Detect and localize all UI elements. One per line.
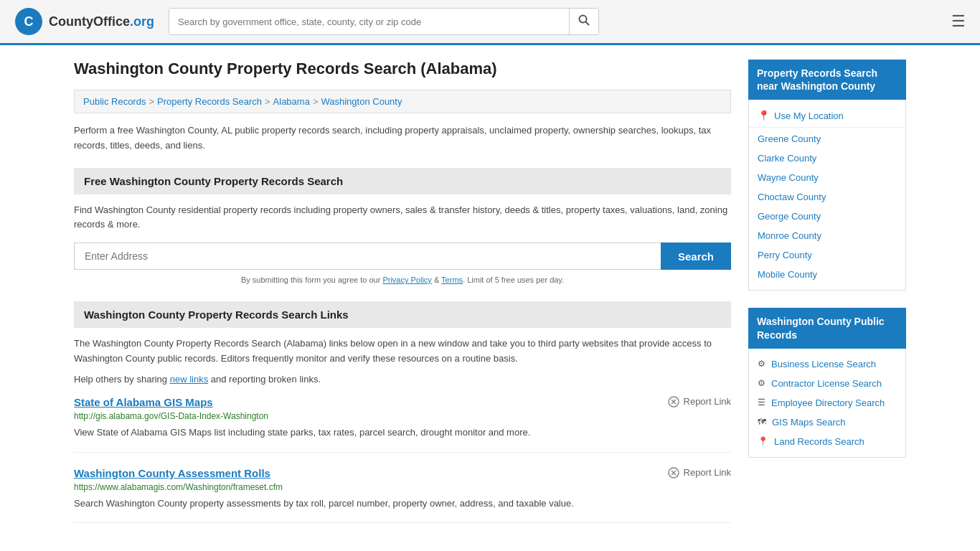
main-layout: Washington County Property Records Searc… — [60, 45, 920, 551]
record-item: Washington County Assessment Rolls Repor… — [74, 467, 731, 524]
breadcrumb: Public Records > Property Records Search… — [74, 90, 731, 113]
use-location-link[interactable]: Use My Location — [774, 110, 844, 121]
sidebar-record-icon-2: ☰ — [758, 397, 765, 408]
record-item-title-0[interactable]: State of Alabama GIS Maps — [74, 396, 213, 408]
sidebar-record-icon-1: ⚙ — [758, 378, 765, 388]
sidebar-item-county-0[interactable]: Greene County — [749, 129, 905, 149]
breadcrumb-sep-2: > — [265, 96, 270, 107]
sidebar-record-link-4[interactable]: Land Records Search — [774, 436, 864, 447]
hamburger-menu-button[interactable]: ☰ — [951, 12, 966, 31]
sidebar-record-link-0[interactable]: Business License Search — [771, 359, 876, 369]
sidebar-item-public-record-1[interactable]: ⚙ Contractor License Search — [749, 374, 905, 393]
county-link-0[interactable]: Greene County — [758, 133, 821, 144]
record-item-report-1[interactable]: Report Link — [668, 467, 731, 479]
page-description: Perform a free Washington County, AL pub… — [74, 123, 731, 154]
sidebar-item-county-3[interactable]: Choctaw County — [749, 187, 905, 207]
county-link-1[interactable]: Clarke County — [758, 153, 816, 164]
sidebar-record-icon-3: 🗺 — [758, 417, 766, 427]
sidebar-record-icon-4: 📍 — [758, 436, 768, 446]
sidebar-divider — [749, 127, 905, 128]
new-links-link[interactable]: new links — [170, 374, 208, 385]
sidebar-item-county-5[interactable]: Monroe County — [749, 226, 905, 245]
privacy-policy-link[interactable]: Privacy Policy — [382, 276, 431, 284]
main-content: Washington County Property Records Searc… — [74, 60, 731, 540]
limit-note: Limit of 5 free uses per day. — [467, 276, 564, 284]
county-link-2[interactable]: Wayne County — [758, 172, 819, 183]
logo-text: CountyOffice.org — [49, 14, 154, 29]
county-link-5[interactable]: Monroe County — [758, 230, 821, 241]
sidebar-public-records-body: ⚙ Business License Search ⚙ Contractor L… — [748, 349, 906, 458]
sidebar-item-public-record-0[interactable]: ⚙ Business License Search — [749, 354, 905, 374]
county-link-4[interactable]: George County — [758, 211, 821, 222]
sidebar-item-county-2[interactable]: Wayne County — [749, 168, 905, 187]
sidebar-item-county-1[interactable]: Clarke County — [749, 149, 905, 168]
address-search-form: Search — [74, 242, 731, 270]
svg-point-2 — [580, 16, 587, 23]
sidebar-public-records-section: Washington County Public Records ⚙ Busin… — [748, 308, 906, 457]
sidebar-nearby-body: 📍 Use My Location Greene CountyClarke Co… — [748, 100, 906, 291]
search-description: Find Washington County residential prope… — [74, 203, 731, 233]
breadcrumb-sep-3: > — [313, 96, 319, 107]
sharing-note: Help others by sharing new links and rep… — [74, 374, 731, 385]
record-item-header: State of Alabama GIS Maps Report Link — [74, 396, 731, 408]
report-icon — [668, 467, 679, 479]
breadcrumb-public-records[interactable]: Public Records — [83, 96, 146, 107]
sharing-text: Help others by sharing — [74, 374, 167, 385]
county-link-3[interactable]: Choctaw County — [758, 192, 826, 202]
sidebar-item-public-record-3[interactable]: 🗺 GIS Maps Search — [749, 413, 905, 432]
sidebar-record-link-3[interactable]: GIS Maps Search — [772, 417, 846, 428]
free-search-section: Free Washington County Property Records … — [74, 168, 731, 285]
links-section: Washington County Property Records Searc… — [74, 301, 731, 523]
sidebar-item-county-7[interactable]: Mobile County — [749, 265, 905, 284]
sidebar-item-county-4[interactable]: George County — [749, 207, 905, 226]
svg-text:C: C — [24, 14, 34, 29]
links-description: The Washington County Property Records S… — [74, 336, 731, 367]
county-link-6[interactable]: Perry County — [758, 250, 812, 260]
header-search-input[interactable] — [169, 9, 569, 34]
sidebar: Property Records Search near Washington … — [748, 60, 906, 540]
record-items-container: State of Alabama GIS Maps Report Link ht… — [74, 396, 731, 524]
reporting-note: and reporting broken links. — [211, 374, 321, 385]
breadcrumb-alabama[interactable]: Alabama — [273, 96, 310, 107]
site-logo[interactable]: C CountyOffice.org — [14, 7, 154, 36]
sidebar-record-link-1[interactable]: Contractor License Search — [771, 378, 882, 389]
record-item: State of Alabama GIS Maps Report Link ht… — [74, 396, 731, 453]
sidebar-nearby-header: Property Records Search near Washington … — [748, 60, 906, 100]
record-item-header: Washington County Assessment Rolls Repor… — [74, 467, 731, 479]
sidebar-record-icon-0: ⚙ — [758, 359, 765, 369]
sidebar-item-county-6[interactable]: Perry County — [749, 245, 905, 265]
location-pin-icon: 📍 — [758, 110, 770, 121]
sidebar-public-records-list: ⚙ Business License Search ⚙ Contractor L… — [749, 354, 905, 451]
search-submit-button[interactable]: Search — [661, 242, 731, 270]
header-search-bar — [169, 8, 599, 35]
breadcrumb-property-records-search[interactable]: Property Records Search — [157, 96, 262, 107]
record-item-title-1[interactable]: Washington County Assessment Rolls — [74, 467, 270, 479]
page-title: Washington County Property Records Searc… — [74, 60, 731, 78]
sidebar-item-public-record-4[interactable]: 📍 Land Records Search — [749, 432, 905, 451]
site-header: C CountyOffice.org ☰ — [0, 0, 980, 45]
sidebar-public-records-header: Washington County Public Records — [748, 308, 906, 348]
svg-line-3 — [586, 22, 590, 26]
breadcrumb-sep-1: > — [149, 96, 154, 107]
logo-icon: C — [14, 7, 43, 36]
sidebar-item-public-record-2[interactable]: ☰ Employee Directory Search — [749, 393, 905, 413]
use-location[interactable]: 📍 Use My Location — [749, 105, 905, 126]
sidebar-record-link-2[interactable]: Employee Directory Search — [771, 397, 885, 408]
header-search-button[interactable] — [569, 9, 598, 34]
record-item-url-1[interactable]: https://www.alabamagis.com/Washington/fr… — [74, 482, 731, 492]
record-item-report-0[interactable]: Report Link — [668, 396, 731, 408]
sidebar-nearby-section: Property Records Search near Washington … — [748, 60, 906, 291]
address-input[interactable] — [74, 242, 661, 270]
sidebar-counties-list: Greene CountyClarke CountyWayne CountyCh… — [749, 129, 905, 284]
county-link-7[interactable]: Mobile County — [758, 269, 817, 280]
search-icon — [578, 14, 590, 26]
free-search-header: Free Washington County Property Records … — [74, 168, 731, 194]
disclaimer-text: By submitting this form you agree to our — [241, 276, 380, 284]
record-item-url-0[interactable]: http://gis.alabama.gov/GIS-Data-Index-Wa… — [74, 411, 731, 421]
report-icon — [668, 396, 679, 408]
links-section-header: Washington County Property Records Searc… — [74, 301, 731, 328]
form-disclaimer: By submitting this form you agree to our… — [74, 276, 731, 284]
terms-link[interactable]: Terms — [441, 276, 463, 284]
record-item-desc-0: View State of Alabama GIS Maps list incl… — [74, 425, 731, 441]
breadcrumb-washington-county[interactable]: Washington County — [321, 96, 402, 107]
